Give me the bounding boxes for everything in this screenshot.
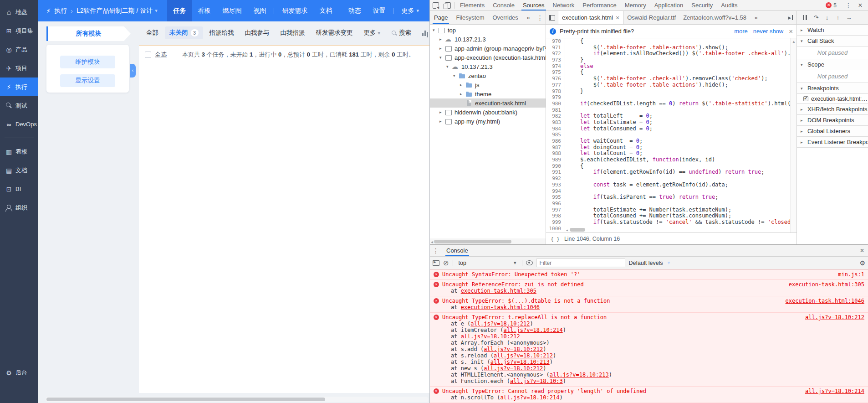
line-number[interactable]: 997 xyxy=(546,207,565,213)
panel-toggle-icon[interactable] xyxy=(785,11,797,24)
navbar-menu-item[interactable]: 文档 xyxy=(313,0,338,21)
scroll-left-icon[interactable] xyxy=(566,227,570,233)
tree-expand-arrow[interactable]: ▾ xyxy=(433,28,438,32)
close-tab-icon[interactable] xyxy=(616,14,619,21)
console-link[interactable]: all.js?v=18.10:212 xyxy=(494,352,553,359)
sidebar-section-header[interactable]: ▸ Event Listener Breakpoints xyxy=(797,137,868,148)
filter-tab[interactable]: 搜索 xyxy=(387,26,416,39)
console-settings-icon[interactable] xyxy=(859,259,865,267)
line-number[interactable]: 980 xyxy=(546,101,565,107)
select-all-label[interactable]: 全选 xyxy=(155,51,167,59)
step-out-icon[interactable] xyxy=(833,14,843,21)
sidebar-item[interactable]: 文档 xyxy=(0,161,38,180)
console-sidebar-icon[interactable] xyxy=(433,260,439,266)
console-link[interactable]: all.js?v=18.10:212 xyxy=(470,320,530,327)
devtools-tab[interactable]: Memory xyxy=(621,0,650,10)
console-link[interactable]: all.js?v=18.10:3 xyxy=(510,378,563,384)
console-link[interactable]: execution-task.html:1046 xyxy=(461,304,540,310)
line-number[interactable]: 985 xyxy=(546,132,565,138)
line-number[interactable]: 992 xyxy=(546,176,565,182)
line-number[interactable]: 981 xyxy=(546,107,565,114)
file-tab[interactable]: Oswald-Regular.ttf xyxy=(623,11,679,24)
sidebar-section-header[interactable]: ▾ Scope xyxy=(797,59,868,70)
chevron-down-icon[interactable] xyxy=(155,8,158,14)
tree-expand-arrow[interactable]: ▸ xyxy=(439,46,445,51)
console-tab[interactable]: Console xyxy=(442,245,473,256)
scroll-left-icon[interactable] xyxy=(430,238,434,244)
devtools-tab[interactable]: Audits xyxy=(717,0,741,10)
tree-item[interactable]: execution-task.html xyxy=(430,98,546,108)
tree-expand-arrow[interactable]: ▸ xyxy=(439,110,445,114)
line-number[interactable]: 972 xyxy=(546,51,565,57)
device-toolbar-icon[interactable] xyxy=(442,0,454,10)
tree-item[interactable]: ▾ app-execution (execution-task.html) xyxy=(430,53,546,62)
collapse-panel-handle[interactable] xyxy=(130,64,136,78)
sidebar-section-header[interactable]: ▾ Breakpoints xyxy=(797,83,868,94)
navbar-menu-item[interactable]: 研发需求 xyxy=(276,0,313,21)
tree-item[interactable]: ▸ js xyxy=(430,80,546,89)
sidebar-item[interactable]: 执行 xyxy=(0,78,38,96)
sidebar-item[interactable]: DevOps xyxy=(0,115,38,134)
line-number[interactable]: 973 xyxy=(546,57,565,63)
infobar-more-link[interactable]: more xyxy=(734,28,748,35)
tree-item[interactable]: ▸ 10.137.21.3 xyxy=(430,35,546,44)
line-number[interactable]: 996 xyxy=(546,201,565,207)
console-link[interactable]: all.js?v=18.10:213 xyxy=(550,372,609,378)
console-link[interactable]: all.js?v=18.10:213 xyxy=(490,359,550,365)
step-over-icon[interactable] xyxy=(811,14,821,21)
sidebar-item[interactable]: 看板 xyxy=(0,142,38,161)
line-number[interactable]: 971 xyxy=(546,45,565,51)
line-number[interactable]: 998 xyxy=(546,213,565,219)
more-file-tabs-icon[interactable] xyxy=(750,11,762,24)
step-into-icon[interactable] xyxy=(822,14,832,21)
console-menu-icon[interactable] xyxy=(430,245,442,256)
devtools-tab[interactable]: Elements xyxy=(456,0,489,10)
sidebar-section-header[interactable]: ▸ Watch xyxy=(797,25,868,36)
error-source-link[interactable]: execution-task.html:1046 xyxy=(780,298,864,304)
console-filter-input[interactable] xyxy=(536,258,625,267)
sidebar-item[interactable]: 项目 xyxy=(0,59,38,78)
error-source-link[interactable]: min.js:1 xyxy=(832,271,864,278)
error-source-link[interactable]: all.js?v=18.10:212 xyxy=(800,314,864,320)
tree-expand-arrow[interactable]: ▾ xyxy=(446,64,452,69)
filter-tab[interactable]: 指派给我 xyxy=(205,26,239,39)
line-number[interactable]: 990 xyxy=(546,163,565,170)
tree-horizontal-scrollbar[interactable] xyxy=(430,238,546,244)
devtools-tab[interactable]: Sources xyxy=(519,0,549,10)
line-number[interactable]: 987 xyxy=(546,145,565,151)
tree-expand-arrow[interactable]: ▾ xyxy=(453,73,459,78)
navigator-toggle-icon[interactable] xyxy=(546,11,558,24)
clear-console-icon[interactable] xyxy=(443,259,449,267)
devtools-tab[interactable]: Performance xyxy=(578,0,620,10)
sidebar-item[interactable]: 项目集 xyxy=(0,21,38,40)
select-all-checkbox[interactable] xyxy=(145,52,151,58)
sidebar-section-header[interactable]: ▸ DOM Breakpoints xyxy=(797,115,868,126)
filter-tab[interactable]: 由我参与 xyxy=(240,26,274,39)
tree-expand-arrow[interactable]: ▸ xyxy=(439,119,445,124)
filter-tab[interactable]: 更多 xyxy=(359,26,385,39)
console-link[interactable]: execution-task.html:305 xyxy=(461,288,536,294)
navbar-menu-item[interactable]: 更多 xyxy=(395,0,425,21)
console-link[interactable]: all.js?v=18.10:212 xyxy=(461,333,520,340)
devtools-menu-icon[interactable] xyxy=(842,2,854,9)
sidebar-section-header[interactable]: ▸ Global Listeners xyxy=(797,126,868,137)
tree-item[interactable]: ▸ app-admin (group-managepriv-byPack xyxy=(430,44,546,53)
module-action-button[interactable]: 维护模块 xyxy=(60,56,115,68)
line-number[interactable]: 977 xyxy=(546,82,565,88)
log-levels-selector[interactable]: Default levels xyxy=(629,260,670,266)
line-number[interactable]: 979 xyxy=(546,94,565,101)
sidebar-item[interactable]: 测试 xyxy=(0,96,38,115)
devtools-tab[interactable]: Application xyxy=(650,0,688,10)
line-number[interactable]: 984 xyxy=(546,126,565,132)
sidebar-item[interactable]: BI xyxy=(0,180,38,198)
error-source-link[interactable]: execution-task.html:305 xyxy=(783,281,864,288)
line-number[interactable]: 1000 xyxy=(546,226,565,232)
line-number[interactable]: 982 xyxy=(546,113,565,119)
tree-expand-arrow[interactable]: ▾ xyxy=(439,55,445,60)
navbar-menu-item[interactable]: 任务 xyxy=(167,0,192,21)
error-count-badge[interactable]: 5 xyxy=(826,2,837,9)
line-number[interactable]: 989 xyxy=(546,157,565,163)
sidebar-item-backend[interactable]: 后台 xyxy=(0,363,38,382)
tree-expand-arrow[interactable]: ▸ xyxy=(460,92,465,96)
breadcrumb[interactable]: 执行 › L2软件产品研制二期 / 设计 xyxy=(45,7,158,15)
